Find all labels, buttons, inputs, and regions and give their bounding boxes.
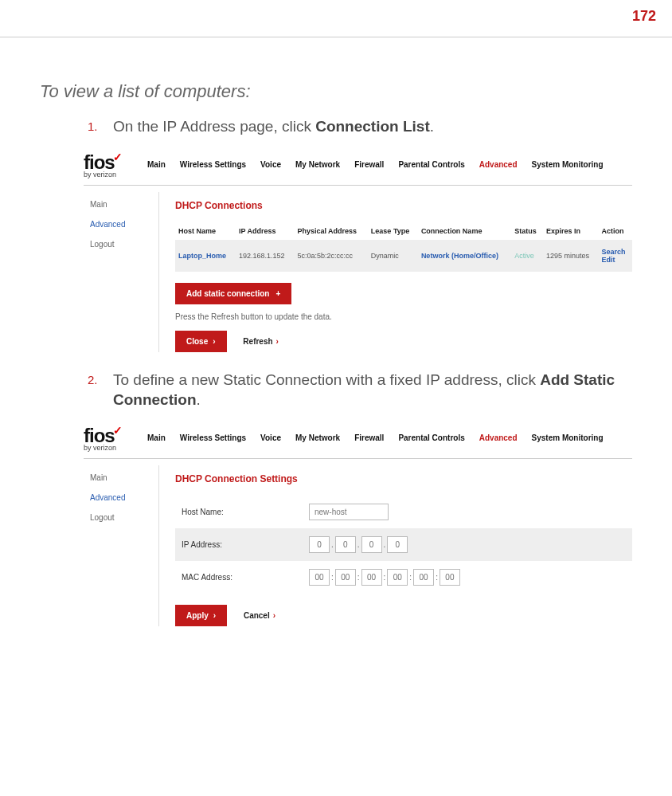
fios-logo: fios✓ by verizon (84, 151, 139, 178)
nav-sysmon[interactable]: System Monitoring (532, 160, 604, 169)
top-nav: Main Wireless Settings Voice My Network … (147, 433, 632, 442)
close-label: Close (186, 337, 208, 346)
colon-sep: : (409, 573, 412, 582)
step-text-suffix: . (197, 391, 201, 408)
apply-button[interactable]: Apply › (175, 605, 227, 626)
cell-hostname[interactable]: Laptop_Home (178, 252, 226, 260)
nav-advanced[interactable]: Advanced (479, 160, 518, 169)
logo-word: fios (84, 425, 115, 446)
cell-expires: 1295 minutes (543, 240, 598, 272)
ip-octet-4[interactable] (387, 536, 408, 553)
nav-sysmon[interactable]: System Monitoring (532, 433, 604, 442)
logo-word: fios (84, 151, 115, 173)
cell-status: Active (514, 252, 534, 260)
mac-octet-1[interactable] (309, 569, 330, 586)
action-edit[interactable]: Edit (601, 256, 615, 264)
mac-label: MAC Address: (182, 573, 309, 582)
nav-wireless[interactable]: Wireless Settings (180, 160, 246, 169)
nav-parental[interactable]: Parental Controls (398, 433, 464, 442)
panel-title: DHCP Connection Settings (175, 473, 632, 484)
hostname-input[interactable] (309, 504, 389, 520)
table-row: Laptop_Home 192.168.1.152 5c:0a:5b:2c:cc… (175, 240, 632, 272)
sidebar-item-main[interactable]: Main (90, 200, 158, 209)
colon-sep: : (357, 573, 360, 582)
nav-main[interactable]: Main (147, 160, 166, 169)
logo-byline: by verizon (84, 171, 139, 178)
nav-voice[interactable]: Voice (260, 433, 281, 442)
sidebar-item-advanced[interactable]: Advanced (90, 220, 158, 229)
sidebar-item-advanced[interactable]: Advanced (90, 493, 158, 502)
nav-main[interactable]: Main (147, 433, 166, 442)
th-lease: Lease Type (368, 222, 418, 240)
colon-sep: : (436, 573, 438, 582)
sidebar-item-main[interactable]: Main (90, 473, 158, 482)
nav-wireless[interactable]: Wireless Settings (180, 433, 246, 442)
cancel-button[interactable]: Cancel › (244, 611, 275, 620)
add-static-connection-button[interactable]: Add static connection + (175, 283, 291, 304)
screenshot-dhcp-connections: fios✓ by verizon Main Wireless Settings … (84, 148, 632, 352)
refresh-button[interactable]: Refresh › (243, 337, 279, 346)
nav-mynetwork[interactable]: My Network (295, 160, 340, 169)
form-row-ip: IP Address: . . . (175, 528, 632, 561)
nav-voice[interactable]: Voice (260, 160, 281, 169)
colon-sep: : (331, 573, 334, 582)
logo-check-icon: ✓ (113, 424, 123, 437)
cell-conn[interactable]: Network (Home/Office) (421, 252, 498, 260)
nav-firewall[interactable]: Firewall (354, 160, 384, 169)
top-nav: Main Wireless Settings Voice My Network … (147, 160, 632, 169)
ip-octet-3[interactable] (361, 536, 382, 553)
screenshot-dhcp-settings: fios✓ by verizon Main Wireless Settings … (84, 422, 632, 626)
chevron-right-icon: › (276, 337, 279, 346)
nav-firewall[interactable]: Firewall (354, 433, 384, 442)
step-2: 2. To define a new Static Connection wit… (88, 370, 632, 410)
sidebar-item-logout[interactable]: Logout (90, 513, 158, 522)
apply-label: Apply (186, 611, 209, 620)
colon-sep: : (384, 573, 386, 582)
step-number: 2. (88, 370, 99, 410)
step-text: On the IP Address page, click Connection… (113, 116, 632, 137)
ip-octet-2[interactable] (335, 536, 356, 553)
nav-advanced[interactable]: Advanced (479, 433, 518, 442)
table-header-row: Host Name IP Address Physical Address Le… (175, 222, 632, 240)
dot-sep: . (384, 540, 386, 549)
sidebar: Main Advanced Logout (84, 465, 159, 626)
step-text-prefix: To define a new Static Connection with a… (113, 371, 540, 388)
page-number: 172 (0, 0, 672, 37)
divider (0, 37, 672, 37)
th-action: Action (598, 222, 632, 240)
cancel-label: Cancel (244, 611, 270, 620)
nav-mynetwork[interactable]: My Network (295, 433, 340, 442)
form-row-mac: MAC Address: : : : : : (175, 561, 632, 594)
mac-octet-4[interactable] (387, 569, 408, 586)
nav-parental[interactable]: Parental Controls (398, 160, 464, 169)
mac-octet-3[interactable] (361, 569, 382, 586)
logo-check-icon: ✓ (113, 151, 123, 163)
hostname-label: Host Name: (182, 508, 309, 516)
th-hostname: Host Name (175, 222, 236, 240)
cell-ip: 192.168.1.152 (236, 240, 294, 272)
section-title: To view a list of computers: (40, 81, 632, 102)
dhcp-table: Host Name IP Address Physical Address Le… (175, 222, 632, 272)
th-status: Status (511, 222, 543, 240)
fios-logo: fios✓ by verizon (84, 425, 139, 452)
plus-icon: + (275, 289, 280, 298)
ip-octet-1[interactable] (309, 536, 330, 553)
logo-byline: by verizon (84, 444, 139, 452)
panel-title: DHCP Connections (175, 200, 632, 211)
cell-lease: Dynamic (368, 240, 418, 272)
sidebar-item-logout[interactable]: Logout (90, 240, 158, 249)
mac-octet-6[interactable] (440, 569, 460, 586)
close-button[interactable]: Close › (175, 331, 227, 352)
th-physaddr: Physical Address (294, 222, 367, 240)
dot-sep: . (331, 540, 334, 549)
refresh-label: Refresh (243, 337, 272, 346)
mac-octet-5[interactable] (413, 569, 434, 586)
action-search[interactable]: Search (601, 248, 625, 256)
mac-octet-2[interactable] (335, 569, 356, 586)
dot-sep: . (357, 540, 360, 549)
step-text-suffix: . (430, 118, 434, 135)
chevron-right-icon: › (273, 611, 275, 620)
step-1: 1. On the IP Address page, click Connect… (88, 116, 632, 137)
add-static-label: Add static connection (186, 289, 269, 298)
chevron-right-icon: › (213, 611, 216, 620)
